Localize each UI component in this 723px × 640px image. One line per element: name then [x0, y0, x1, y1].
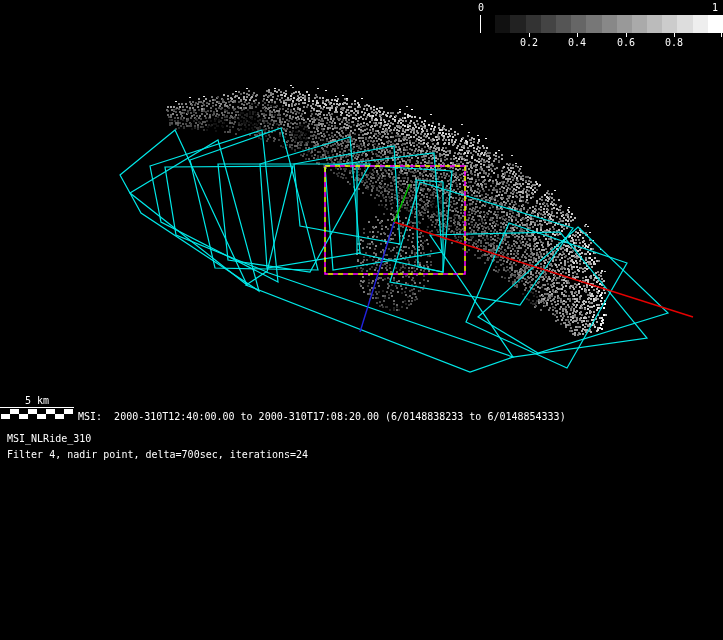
colorbar-cell [586, 15, 601, 33]
colorbar-tick-label: 0.8 [654, 37, 694, 48]
scalebar-checker-cell [37, 414, 46, 419]
colorbar-cell [632, 15, 647, 33]
colorbar-min-label: 0 [478, 2, 484, 13]
colorbar-cell [556, 15, 571, 33]
footprint-outline [478, 227, 668, 353]
colorbar-cell [602, 15, 617, 33]
sequence-name-text: MSI_NLRide_310 [7, 433, 91, 444]
colorbar-tick-label: 0.4 [557, 37, 597, 48]
colorbar-cell [541, 15, 556, 33]
scalebar-checker [1, 409, 73, 419]
colorbar-tick-label: 0.6 [606, 37, 646, 48]
msi-time-range-text: MSI: 2000-310T12:40:00.00 to 2000-310T17… [78, 411, 566, 422]
scalebar-label: 5 km [1, 395, 73, 406]
footprint-outline [120, 130, 247, 285]
scalebar-checker-cell [46, 414, 55, 419]
footprint-outline [416, 180, 443, 272]
filter-info-text: Filter 4, nadir point, delta=700sec, ite… [7, 449, 308, 460]
colorbar-cell [647, 15, 662, 33]
colorbar-cell [677, 15, 692, 33]
scalebar-checker-cell [28, 414, 37, 419]
scalebar-checker-cell [10, 414, 19, 419]
scalebar-topline [0, 407, 74, 408]
visualization-window: 0 1 0.20.40.60.8 5 km MSI: 2000-310T12:4… [0, 0, 723, 640]
z-axis-line [360, 222, 394, 332]
colorbar-cell [510, 15, 525, 33]
footprint-outline [294, 146, 400, 244]
colorbar-cell [495, 15, 510, 33]
footprint-outline [466, 223, 627, 368]
colorbar-max-label: 1 [712, 2, 718, 13]
scalebar-checker-cell [1, 414, 10, 419]
footprint-outline [325, 153, 442, 270]
colorbar-cell [480, 15, 495, 33]
colorbar-tick-label: 0.2 [509, 37, 549, 48]
scalebar-checker-cell [19, 414, 28, 419]
footprint-outline [246, 272, 513, 372]
colorbar-one-tick [721, 33, 722, 37]
scene-overlay [0, 0, 723, 640]
colorbar-cell [693, 15, 708, 33]
scalebar-checker-cell [55, 414, 64, 419]
scalebar-checker-cell [64, 414, 73, 419]
x-axis-line [394, 222, 693, 317]
colorbar-cell [708, 15, 723, 33]
colorbar-zero-tick [480, 15, 481, 33]
colorbar-cell [571, 15, 586, 33]
colorbar-gradient [480, 15, 723, 33]
colorbar-cell [617, 15, 632, 33]
colorbar-cell [526, 15, 541, 33]
colorbar-cell [662, 15, 677, 33]
